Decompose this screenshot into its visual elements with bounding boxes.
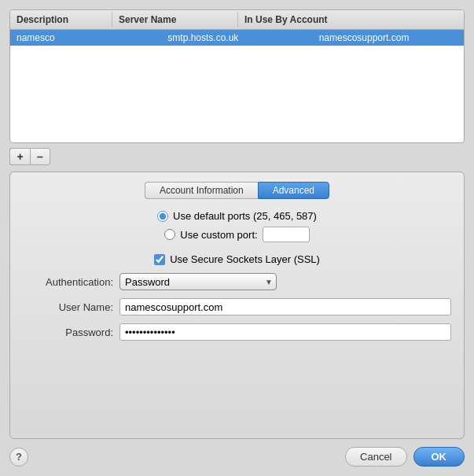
in-use-header: In Use By Account xyxy=(238,12,464,28)
password-label: Password: xyxy=(23,327,113,338)
ssl-label: Use Secure Sockets Layer (SSL) xyxy=(170,253,320,265)
row-account: namescosupport.com xyxy=(313,30,464,46)
username-row: User Name: xyxy=(23,298,451,315)
help-button[interactable]: ? xyxy=(9,448,28,467)
table-row[interactable]: namesco smtp.hosts.co.uk namescosupport.… xyxy=(10,30,464,46)
ssl-row: Use Secure Sockets Layer (SSL) xyxy=(23,253,451,265)
advanced-form: Use default ports (25, 465, 587) Use cus… xyxy=(23,210,451,341)
bottom-bar: ? Cancel OK xyxy=(9,447,465,467)
default-ports-radio[interactable] xyxy=(157,211,168,222)
server-name-header: Server Name xyxy=(112,12,238,28)
authentication-row: Authentication: Password MD5 Challenge-R… xyxy=(23,273,451,290)
tab-bar: Account Information Advanced xyxy=(23,182,451,199)
port-options-group: Use default ports (25, 465, 587) Use cus… xyxy=(23,210,451,242)
custom-port-radio[interactable] xyxy=(164,229,175,240)
password-input[interactable] xyxy=(119,323,451,341)
account-panel: Account Information Advanced Use default… xyxy=(9,172,465,439)
action-buttons: Cancel OK xyxy=(345,447,465,467)
default-ports-label: Use default ports (25, 465, 587) xyxy=(173,210,317,222)
ok-button[interactable]: OK xyxy=(413,447,465,467)
custom-port-row: Use custom port: xyxy=(164,227,309,242)
cancel-button[interactable]: Cancel xyxy=(345,447,406,467)
custom-port-input[interactable] xyxy=(263,227,310,242)
remove-button[interactable]: – xyxy=(30,148,50,165)
username-label: User Name: xyxy=(23,301,113,313)
table-header: Description Server Name In Use By Accoun… xyxy=(10,10,464,30)
smtp-accounts-table: Description Server Name In Use By Accoun… xyxy=(9,9,465,143)
ssl-checkbox[interactable] xyxy=(154,254,165,265)
username-input[interactable] xyxy=(119,298,451,315)
authentication-select-wrapper: Password MD5 Challenge-Response NTLM Ker… xyxy=(119,273,277,290)
default-ports-row: Use default ports (25, 465, 587) xyxy=(157,210,317,222)
add-button[interactable]: + xyxy=(9,148,30,165)
authentication-label: Authentication: xyxy=(23,276,113,288)
tab-advanced[interactable]: Advanced xyxy=(258,182,329,199)
description-header: Description xyxy=(10,12,112,28)
row-server-name: smtp.hosts.co.uk xyxy=(161,30,312,46)
custom-port-label: Use custom port: xyxy=(180,229,257,241)
row-description: namesco xyxy=(10,30,161,46)
tab-account-information[interactable]: Account Information xyxy=(145,182,258,199)
password-row: Password: xyxy=(23,323,451,341)
authentication-select[interactable]: Password MD5 Challenge-Response NTLM Ker… xyxy=(119,273,277,290)
add-remove-toolbar: + – xyxy=(9,148,465,165)
